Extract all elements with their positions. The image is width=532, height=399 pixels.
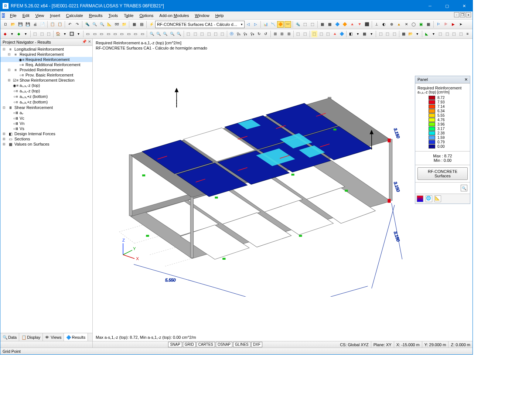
v9-icon[interactable]: ⬚ xyxy=(318,31,324,37)
u9-icon[interactable]: ▾ xyxy=(62,31,68,37)
panel-tab2-icon[interactable]: 🌐 xyxy=(426,195,432,202)
uy-icon[interactable]: γ⃗₂ xyxy=(242,31,248,37)
open-icon[interactable]: 📂 xyxy=(10,21,16,28)
v2-icon[interactable]: ↺ xyxy=(263,31,269,37)
t5-icon[interactable]: ▦ xyxy=(327,21,333,28)
new-icon[interactable]: 🗋 xyxy=(2,21,9,28)
t6-icon[interactable]: 🔷 xyxy=(334,21,341,28)
maximize-button[interactable]: ▢ xyxy=(439,0,456,11)
tree-node-5[interactable]: ○ ≡Prov. Basic Reinforcement xyxy=(0,72,92,78)
menu-options[interactable]: Options xyxy=(136,13,156,18)
u7-icon[interactable]: ⬚ xyxy=(46,31,52,37)
u2-icon[interactable]: ▾ xyxy=(9,31,15,37)
v3-icon[interactable]: ⊞ xyxy=(272,31,278,37)
saveas-icon[interactable]: 💾 xyxy=(24,21,31,28)
tree-node-6[interactable]: ⊞☑ ≡Show Reinforcement Direction xyxy=(0,78,92,83)
menu-view[interactable]: View xyxy=(33,13,47,18)
u5-icon[interactable]: ⬚ xyxy=(32,31,38,37)
uv-icon[interactable]: ⬚ xyxy=(219,31,225,37)
vn-icon[interactable]: ◣ xyxy=(424,31,430,37)
tab-display[interactable]: 📋Display xyxy=(19,333,43,341)
select-icon[interactable]: 🔦 xyxy=(84,21,91,28)
vp-icon[interactable]: ⬚ xyxy=(437,31,443,37)
snap-osnap[interactable]: OSNAP xyxy=(216,342,232,347)
snap-glines[interactable]: GLINES xyxy=(233,342,250,347)
redo-icon[interactable]: ↷ xyxy=(74,21,81,28)
tree-node-0[interactable]: ⊟≡Longitudinal Reinforcement xyxy=(0,47,92,52)
menu-results[interactable]: Results xyxy=(86,13,106,18)
ud-icon[interactable]: ▭ xyxy=(92,31,98,37)
find-icon[interactable]: 🔍 xyxy=(91,21,98,28)
uw-icon[interactable]: Ⓡ xyxy=(229,31,235,37)
un-icon[interactable]: 🔍 xyxy=(162,31,168,37)
vg-icon[interactable]: ▾ xyxy=(368,31,374,37)
tab-data[interactable]: 🔍Data xyxy=(0,333,19,341)
vc-icon[interactable]: 🔷 xyxy=(338,31,344,37)
tree-node-17[interactable]: ⊞▭Sections xyxy=(0,136,92,141)
vi-icon[interactable]: ⬚ xyxy=(385,31,391,37)
tab-results[interactable]: 🔷Results xyxy=(64,333,88,341)
v4-icon[interactable]: ⊞ xyxy=(279,31,285,37)
menu-edit[interactable]: Edit xyxy=(20,13,33,18)
tree-node-15[interactable]: ○ ⅢVs xyxy=(0,126,92,131)
tree-node-12[interactable]: ○ Ⅲaᵥ xyxy=(0,110,92,116)
calc-icon[interactable]: ⚡ xyxy=(148,21,155,28)
u6-icon[interactable]: ⬚ xyxy=(39,31,45,37)
measure-icon[interactable]: 📐 xyxy=(106,21,113,28)
v5-icon[interactable]: ⊞ xyxy=(286,31,291,37)
menu-tools[interactable]: Tools xyxy=(105,13,121,18)
vd-icon[interactable]: ◧ xyxy=(348,31,354,37)
copy-icon[interactable]: 📋 xyxy=(49,21,56,28)
ul-icon[interactable]: 🔍 xyxy=(149,31,154,37)
menu-calculate[interactable]: Calculate xyxy=(63,13,86,18)
tree-node-16[interactable]: ⊞◧Design Internal Forces xyxy=(0,131,92,136)
ua-icon[interactable]: 🔲 xyxy=(69,31,75,37)
va-icon[interactable]: ⬚ xyxy=(325,31,331,37)
addon-combo[interactable]: RF-CONCRETE Surfaces CA1 - Cálculo d… xyxy=(155,21,245,28)
uo-icon[interactable]: 🔍 xyxy=(169,31,175,37)
snap-grid[interactable]: GRID xyxy=(183,342,196,347)
nav-close-icon[interactable]: ✕ xyxy=(88,40,91,44)
tree-node-3[interactable]: ○ ≡Req. Additional Reinforcement xyxy=(0,62,92,67)
next-icon[interactable]: ▷ xyxy=(252,21,259,28)
mdi-min[interactable]: - xyxy=(454,12,459,17)
snap-snap[interactable]: SNAP xyxy=(168,342,182,347)
vm-icon[interactable]: ▾ xyxy=(414,31,420,37)
uq-icon[interactable]: ⬚ xyxy=(185,31,191,37)
t9-icon[interactable]: 🔻 xyxy=(356,21,363,28)
t1-icon[interactable]: 🔩 xyxy=(294,21,301,28)
uk-icon[interactable]: ▭ xyxy=(139,31,145,37)
panel-tab1-icon[interactable] xyxy=(417,195,423,202)
nav-icon[interactable]: ▤ xyxy=(138,21,145,28)
tree-node-18[interactable]: ⊞▦Values on Surfaces xyxy=(0,141,92,147)
tc-icon[interactable]: ◐ xyxy=(381,21,388,28)
t3-icon[interactable]: ⬚ xyxy=(309,21,316,28)
tree-node-9[interactable]: ○ ≡aₛ,₁,+z (bottom) xyxy=(0,94,92,99)
menu-window[interactable]: Window xyxy=(192,13,212,18)
table-icon[interactable]: ▦ xyxy=(131,21,137,28)
us-icon[interactable]: ⬚ xyxy=(199,31,205,37)
menu-insert[interactable]: Insert xyxy=(47,13,63,18)
rf-concrete-button[interactable]: RF-CONCRETE Surfaces xyxy=(417,167,468,180)
u4-icon[interactable]: ▾ xyxy=(23,31,28,37)
tab-views[interactable]: 👁Views xyxy=(43,333,64,341)
v8-icon[interactable]: ⬚ xyxy=(311,31,317,37)
tree-node-7[interactable]: ◉ ≡aₛ,₁,-z (top) xyxy=(0,83,92,88)
tree-node-8[interactable]: ○ ≡aₛ,₂,-z (top) xyxy=(0,88,92,94)
tree-node-2[interactable]: ◉ ≡Required Reinforcement xyxy=(0,57,92,62)
undo-icon[interactable]: ↶ xyxy=(66,21,73,28)
vb-icon[interactable]: 🔺 xyxy=(332,31,338,37)
vk-icon[interactable]: ▦ xyxy=(401,31,407,37)
tree-node-1[interactable]: ⊟≡Required Reinforcement xyxy=(0,52,92,57)
vt-icon[interactable]: ≡ xyxy=(464,31,470,37)
tree-node-14[interactable]: ○ ⅢVn xyxy=(0,121,92,126)
t8-icon[interactable]: 🔺 xyxy=(349,21,355,28)
menu-help[interactable]: Help xyxy=(212,13,227,18)
model-viewport[interactable]: Required Reinforcement a-s,1,-z (top) [c… xyxy=(93,39,473,341)
uz-icon[interactable]: γ⃗₃ xyxy=(249,31,255,37)
vo-icon[interactable]: ▾ xyxy=(430,31,436,37)
menu-file[interactable]: File xyxy=(7,13,20,18)
results-on-icon[interactable]: 📊 xyxy=(262,21,269,28)
t4-icon[interactable]: ▦ xyxy=(319,21,326,28)
prev-icon[interactable]: ◁ xyxy=(245,21,252,28)
